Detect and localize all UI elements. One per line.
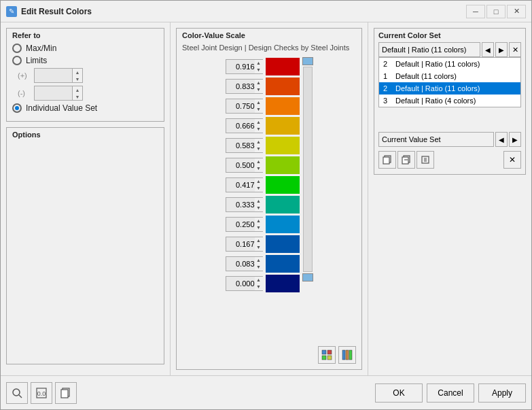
limits-radio-input[interactable] bbox=[12, 56, 22, 65]
minus-input[interactable]: 0.000 bbox=[35, 88, 72, 99]
search-btn[interactable] bbox=[6, 382, 28, 404]
color-value-input-2[interactable] bbox=[228, 102, 255, 110]
current-color-set-title: Current Color Set bbox=[378, 31, 521, 39]
plus-up-arrow[interactable]: ▲ bbox=[73, 69, 82, 75]
color-swatch-0[interactable] bbox=[266, 58, 300, 75]
plus-down-arrow[interactable]: ▼ bbox=[73, 75, 82, 82]
paste-btn[interactable] bbox=[397, 151, 415, 169]
color-swatch-4[interactable] bbox=[266, 137, 300, 154]
color-value-input-10[interactable] bbox=[228, 260, 255, 268]
color-value-down-4[interactable]: ▼ bbox=[255, 146, 263, 152]
color-value-input-4[interactable] bbox=[228, 141, 255, 150]
color-swatch-5[interactable] bbox=[266, 156, 300, 174]
apply-button[interactable]: Apply bbox=[478, 383, 526, 403]
color-scale-subtitle: Steel Joint Design | Design Checks by St… bbox=[182, 44, 356, 52]
slider-handle-top[interactable] bbox=[302, 57, 313, 65]
color-row-10: ▲ ▼ bbox=[226, 254, 300, 273]
current-value-prev-btn[interactable]: ◀ bbox=[495, 132, 508, 147]
color-value-up-0[interactable]: ▲ bbox=[255, 60, 263, 67]
copy-all-btn[interactable] bbox=[55, 382, 77, 404]
minus-down-arrow[interactable]: ▼ bbox=[73, 93, 82, 100]
dropdown-item-0[interactable]: 2 Default | Ratio (11 colors) bbox=[379, 58, 520, 70]
maximize-button[interactable]: □ bbox=[486, 5, 506, 18]
delete-btn[interactable]: ✕ bbox=[503, 151, 521, 169]
minus-up-arrow[interactable]: ▲ bbox=[73, 86, 82, 93]
color-value-input-6[interactable] bbox=[228, 181, 255, 189]
color-value-down-10[interactable]: ▼ bbox=[255, 264, 263, 271]
current-value-next-btn[interactable]: ▶ bbox=[509, 132, 521, 147]
color-value-up-1[interactable]: ▲ bbox=[255, 80, 263, 86]
color-value-up-10[interactable]: ▲ bbox=[255, 257, 263, 264]
color-value-input-5[interactable] bbox=[228, 161, 255, 169]
slider-handle-bottom[interactable] bbox=[302, 273, 313, 281]
max-min-radio-input[interactable] bbox=[12, 44, 22, 53]
color-value-up-7[interactable]: ▲ bbox=[255, 198, 263, 205]
minus-spinbox[interactable]: 0.000 ▲ ▼ bbox=[34, 86, 83, 101]
color-value-down-2[interactable]: ▼ bbox=[255, 106, 263, 113]
color-value-input-0[interactable] bbox=[228, 63, 255, 71]
color-value-input-9[interactable] bbox=[228, 240, 255, 248]
color-value-input-11[interactable] bbox=[228, 279, 255, 288]
color-value-up-6[interactable]: ▲ bbox=[255, 178, 263, 185]
color-value-input-3[interactable] bbox=[228, 122, 255, 130]
individual-value-radio[interactable]: Individual Value Set bbox=[12, 103, 158, 113]
plus-spinbox[interactable]: 1.000 ▲ ▼ bbox=[34, 68, 83, 83]
color-value-down-5[interactable]: ▼ bbox=[255, 165, 263, 172]
color-value-down-1[interactable]: ▼ bbox=[255, 86, 263, 93]
color-value-up-11[interactable]: ▲ bbox=[255, 277, 263, 284]
close-button[interactable]: ✕ bbox=[507, 5, 526, 18]
color-grid-btn[interactable] bbox=[318, 346, 336, 364]
color-set-prev-btn[interactable]: ◀ bbox=[482, 42, 494, 57]
color-table-btn[interactable] bbox=[338, 346, 356, 364]
color-swatch-8[interactable] bbox=[266, 216, 300, 233]
color-swatch-9[interactable] bbox=[266, 235, 300, 253]
slider-track[interactable] bbox=[303, 67, 313, 272]
color-set-dropdown[interactable]: Default | Ratio (11 colors) bbox=[378, 42, 480, 57]
bottom-right-buttons: OK Cancel Apply bbox=[375, 383, 526, 403]
ok-button[interactable]: OK bbox=[375, 383, 423, 403]
minimize-button[interactable]: ─ bbox=[466, 5, 485, 18]
edit-btn[interactable] bbox=[416, 151, 434, 169]
color-swatch-11[interactable] bbox=[266, 275, 300, 292]
svg-point-16 bbox=[13, 389, 20, 396]
color-value-up-9[interactable]: ▲ bbox=[255, 237, 263, 244]
cancel-button[interactable]: Cancel bbox=[427, 383, 474, 403]
color-swatch-1[interactable] bbox=[266, 78, 300, 95]
plus-input-row: (+) 1.000 ▲ ▼ bbox=[12, 68, 158, 83]
color-value-up-3[interactable]: ▲ bbox=[255, 119, 263, 126]
individual-value-radio-input[interactable] bbox=[12, 103, 22, 113]
color-swatch-7[interactable] bbox=[266, 196, 300, 213]
dropdown-item-1[interactable]: 1 Default (11 colors) bbox=[379, 70, 520, 82]
color-value-down-7[interactable]: ▼ bbox=[255, 205, 263, 211]
color-value-up-4[interactable]: ▲ bbox=[255, 139, 263, 146]
number-btn[interactable]: 0.0 bbox=[31, 382, 52, 404]
plus-input[interactable]: 1.000 bbox=[35, 70, 72, 81]
color-value-down-6[interactable]: ▼ bbox=[255, 185, 263, 192]
color-set-next-btn[interactable]: ▶ bbox=[495, 42, 508, 57]
color-value-down-9[interactable]: ▼ bbox=[255, 244, 263, 251]
max-min-radio[interactable]: Max/Min bbox=[12, 44, 158, 53]
limits-radio[interactable]: Limits bbox=[12, 56, 158, 65]
color-value-input-8[interactable] bbox=[228, 220, 255, 228]
color-value-down-0[interactable]: ▼ bbox=[255, 67, 263, 73]
color-value-input-1[interactable] bbox=[228, 82, 255, 90]
color-rows: ▲ ▼ ▲ ▼ bbox=[226, 57, 300, 292]
color-value-down-3[interactable]: ▼ bbox=[255, 126, 263, 133]
number-icon: 0.0 bbox=[35, 387, 48, 399]
copy-btn[interactable] bbox=[378, 151, 396, 169]
color-value-input-7[interactable] bbox=[228, 201, 255, 209]
dropdown-item-3[interactable]: 3 Default | Ratio (4 colors) bbox=[379, 95, 520, 107]
dropdown-item-2[interactable]: 2 Default | Ratio (11 colors) bbox=[379, 82, 520, 95]
color-swatch-10[interactable] bbox=[266, 255, 300, 273]
color-value-down-11[interactable]: ▼ bbox=[255, 284, 263, 290]
color-value-up-2[interactable]: ▲ bbox=[255, 99, 263, 106]
color-value-down-8[interactable]: ▼ bbox=[255, 224, 263, 231]
edit-icon bbox=[421, 155, 430, 165]
color-row-0: ▲ ▼ bbox=[226, 57, 300, 75]
color-swatch-6[interactable] bbox=[266, 176, 300, 194]
color-swatch-2[interactable] bbox=[266, 97, 300, 115]
color-swatch-3[interactable] bbox=[266, 117, 300, 135]
color-set-close-btn[interactable]: ✕ bbox=[509, 42, 521, 57]
color-value-up-8[interactable]: ▲ bbox=[255, 218, 263, 224]
color-value-up-5[interactable]: ▲ bbox=[255, 158, 263, 165]
